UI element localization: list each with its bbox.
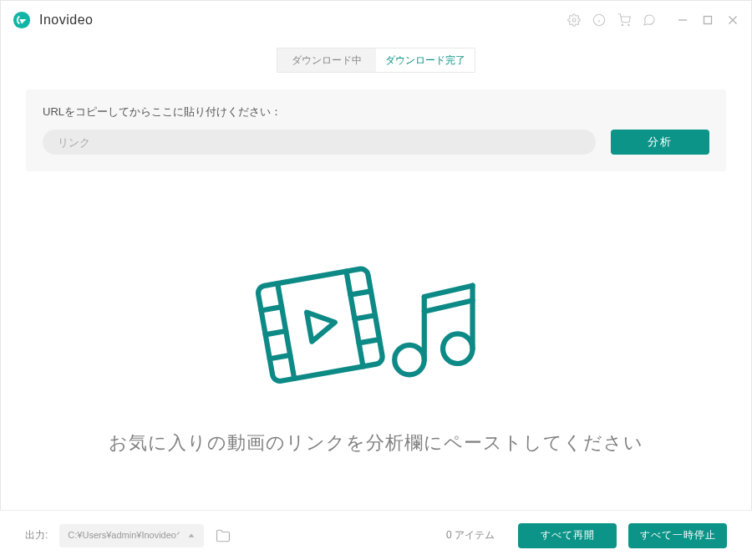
url-row: 分析	[43, 130, 709, 155]
titlebar-right	[567, 13, 739, 27]
empty-state-text: お気に入りの動画のリンクを分析欄にペーストしてください	[109, 430, 643, 456]
minimize-button[interactable]	[676, 13, 689, 27]
url-section: URLをコピーしてからここに貼り付けください： 分析	[26, 89, 726, 171]
settings-icon[interactable]	[567, 13, 581, 27]
pause-all-button[interactable]: すべて一時停止	[628, 523, 727, 548]
tabs: ダウンロード中 ダウンロード完了	[1, 48, 751, 73]
svg-line-19	[359, 339, 380, 343]
window-controls	[676, 13, 739, 27]
footer-right: すべて再開 すべて一時停止	[518, 523, 727, 548]
tab-downloading[interactable]: ダウンロード中	[277, 48, 376, 72]
chevron-up-icon	[187, 528, 196, 543]
resume-all-button[interactable]: すべて再開	[518, 523, 617, 548]
empty-illustration-icon	[242, 263, 510, 397]
svg-marker-20	[307, 308, 338, 341]
empty-state: お気に入りの動画のリンクを分析欄にペーストしてください	[1, 263, 751, 456]
item-count: 0 アイテム	[446, 528, 495, 542]
svg-line-25	[424, 286, 473, 297]
titlebar: Inovideo	[1, 1, 751, 39]
footer-center: 0 アイテム	[231, 528, 518, 542]
folder-icon[interactable]	[216, 528, 231, 543]
svg-point-22	[443, 333, 473, 364]
url-label: URLをコピーしてからここに貼り付けください：	[43, 104, 709, 120]
svg-line-17	[350, 291, 371, 294]
close-button[interactable]	[726, 13, 739, 27]
svg-line-18	[354, 315, 375, 318]
tabs-inner: ダウンロード中 ダウンロード完了	[277, 48, 475, 73]
svg-marker-27	[189, 533, 195, 537]
chat-icon[interactable]	[643, 13, 656, 27]
tab-completed[interactable]: ダウンロード完了	[376, 48, 475, 72]
svg-point-5	[622, 24, 622, 25]
app-title: Inovideo	[39, 13, 94, 28]
footer: 出力: C:¥Users¥admin¥Inovideoᐟ 0 アイテム すべて再…	[0, 510, 752, 560]
svg-line-15	[266, 331, 287, 334]
svg-point-6	[628, 24, 629, 25]
output-label: 出力:	[25, 528, 48, 542]
maximize-button[interactable]	[701, 13, 714, 27]
svg-line-26	[424, 300, 473, 311]
footer-left: 出力: C:¥Users¥admin¥Inovideoᐟ	[25, 524, 231, 547]
svg-line-16	[270, 355, 291, 359]
svg-rect-8	[704, 17, 712, 24]
svg-point-1	[572, 18, 576, 22]
url-input[interactable]	[43, 130, 596, 155]
analyze-button[interactable]: 分析	[611, 130, 709, 155]
cart-icon[interactable]	[617, 13, 631, 27]
svg-line-14	[262, 307, 282, 310]
titlebar-left: Inovideo	[13, 11, 94, 29]
path-selector[interactable]: C:¥Users¥admin¥Inovideoᐟ	[59, 524, 204, 547]
app-logo-icon	[13, 11, 31, 29]
path-text: C:¥Users¥admin¥Inovideoᐟ	[68, 530, 180, 541]
svg-point-21	[394, 345, 424, 375]
info-icon[interactable]	[592, 13, 606, 27]
